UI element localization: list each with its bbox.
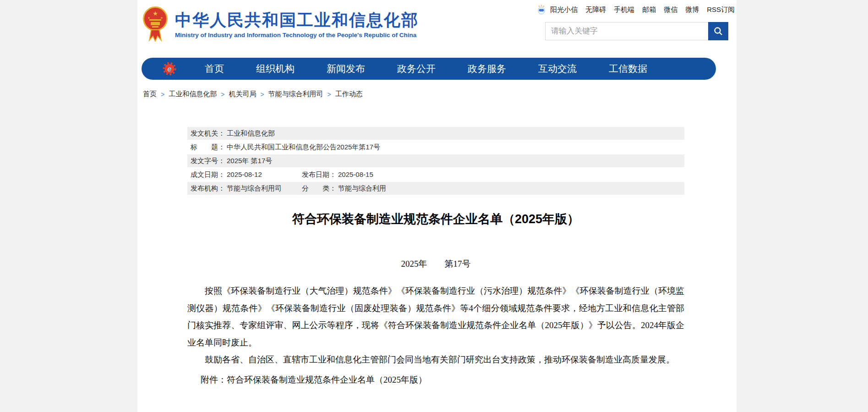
svg-text:e: e — [168, 65, 172, 73]
nav-item-gov-disclosure[interactable]: 政务公开 — [397, 62, 436, 75]
meta-value: 2025-08-15 — [338, 170, 373, 178]
document-body: 按照《环保装备制造行业（大气治理）规范条件》《环保装备制造行业（污水治理）规范条… — [187, 282, 684, 368]
meta-value: 2025-08-12 — [227, 170, 262, 178]
miit-gear-logo-icon: e — [163, 62, 176, 76]
search-icon — [713, 26, 723, 36]
nav-item-interaction[interactable]: 互动交流 — [538, 62, 577, 75]
nav-items: 首页 组织机构 新闻发布 政务公开 政务服务 互动交流 工信数据 — [205, 62, 647, 75]
meta-value: 2025年 第17号 — [227, 157, 272, 165]
signature-org: 工业和信息化部 — [187, 411, 684, 412]
site-title-en: Ministry of Industry and Information Tec… — [175, 32, 419, 38]
main-navbar: e 首页 组织机构 新闻发布 政务公开 政务服务 互动交流 工信数据 — [142, 58, 716, 80]
signature-block: 工业和信息化部 2025年8月12日 — [187, 411, 684, 412]
search-button[interactable] — [708, 22, 728, 40]
meta-col2: 发布日期：2025-08-15 — [302, 168, 373, 181]
site-logo-block: ★ ★ ★ 中华人民共和国工业和信息化部 Ministry of Industr… — [142, 6, 419, 42]
meta-label: 成文日期： — [191, 170, 225, 178]
link-mobile[interactable]: 手机端 — [614, 5, 634, 14]
breadcrumb-separator: > — [260, 91, 264, 98]
svg-text:★: ★ — [160, 16, 163, 19]
breadcrumb-energy-dept[interactable]: 节能与综合利用司 — [268, 90, 323, 99]
nav-item-home[interactable]: 首页 — [205, 62, 224, 75]
sunshine-bot-icon — [537, 5, 546, 15]
link-accessibility[interactable]: 无障碍 — [585, 5, 606, 14]
page-container: ★ ★ ★ 中华人民共和国工业和信息化部 Ministry of Industr… — [137, 0, 737, 412]
meta-row-doc-number: 发文字号：2025年 第17号 — [187, 154, 684, 167]
attachment-link[interactable]: 附件：符合环保装备制造业规范条件企业名单（2025年版） — [201, 374, 427, 385]
document-number-line: 2025年 第17号 — [187, 258, 684, 269]
top-utility-links: 阳光小信 无障碍 手机端 邮箱 微信 微博 RSS订阅 — [537, 4, 735, 15]
nav-item-news[interactable]: 新闻发布 — [327, 62, 365, 75]
site-title-wrap: 中华人民共和国工业和信息化部 Ministry of Industry and … — [175, 6, 419, 38]
breadcrumb-home[interactable]: 首页 — [143, 90, 157, 99]
meta-row-dates: 成文日期：2025-08-12 发布日期：2025-08-15 — [187, 168, 684, 181]
meta-row-issuing-agency: 发文机关：工业和信息化部 — [187, 127, 684, 140]
meta-value: 工业和信息化部 — [227, 129, 275, 137]
body-paragraph-2: 鼓励各省、自治区、直辖市工业和信息化主管部门会同当地有关部门研究出台支持政策，推… — [187, 351, 684, 368]
meta-row-title: 标 题：中华人民共和国工业和信息化部公告2025年第17号 — [187, 141, 684, 154]
svg-text:★: ★ — [147, 16, 150, 19]
meta-label: 标 题： — [191, 143, 225, 151]
meta-label: 发布日期： — [302, 170, 336, 178]
nav-item-organization[interactable]: 组织机构 — [256, 62, 295, 75]
breadcrumb: 首页 > 工业和信息化部 > 机关司局 > 节能与综合利用司 > 工作动态 — [143, 90, 363, 99]
meta-value: 中华人民共和国工业和信息化部公告2025年第17号 — [227, 143, 380, 151]
link-rss[interactable]: RSS订阅 — [707, 5, 735, 14]
document-meta-table: 发文机关：工业和信息化部 标 题：中华人民共和国工业和信息化部公告2025年第1… — [187, 127, 684, 195]
meta-label: 发文字号： — [191, 157, 225, 165]
meta-label: 发文机关： — [191, 129, 225, 137]
search-input[interactable] — [545, 22, 708, 40]
meta-label: 分 类： — [302, 184, 336, 192]
breadcrumb-work-updates[interactable]: 工作动态 — [335, 90, 363, 99]
link-sunshine-xiaoxin[interactable]: 阳光小信 — [550, 5, 578, 14]
nav-item-gov-services[interactable]: 政务服务 — [468, 62, 506, 75]
body-paragraph-1: 按照《环保装备制造行业（大气治理）规范条件》《环保装备制造行业（污水治理）规范条… — [187, 282, 684, 351]
site-title-cn: 中华人民共和国工业和信息化部 — [175, 11, 419, 29]
meta-label: 发布机构： — [191, 184, 225, 192]
meta-value: 节能与综合利用司 — [227, 184, 282, 192]
svg-text:★: ★ — [153, 10, 158, 17]
breadcrumb-departments[interactable]: 机关司局 — [229, 90, 256, 99]
meta-value: 节能与综合利用 — [338, 184, 386, 192]
nav-item-data[interactable]: 工信数据 — [609, 62, 647, 75]
link-mailbox[interactable]: 邮箱 — [642, 5, 656, 14]
national-emblem-icon: ★ ★ ★ — [142, 6, 168, 42]
link-weibo[interactable]: 微博 — [685, 5, 699, 14]
document-main: 发文机关：工业和信息化部 标 题：中华人民共和国工业和信息化部公告2025年第1… — [187, 127, 684, 412]
breadcrumb-separator: > — [328, 91, 331, 98]
breadcrumb-separator: > — [221, 91, 224, 98]
document-title: 符合环保装备制造业规范条件企业名单（2025年版） — [187, 211, 684, 227]
meta-row-publisher: 发布机构：节能与综合利用司 分 类：节能与综合利用 — [187, 182, 684, 195]
meta-col2: 分 类：节能与综合利用 — [302, 182, 386, 195]
link-wechat[interactable]: 微信 — [664, 5, 677, 14]
breadcrumb-miit[interactable]: 工业和信息化部 — [169, 90, 217, 99]
breadcrumb-separator: > — [161, 91, 164, 98]
search-bar — [545, 22, 728, 40]
